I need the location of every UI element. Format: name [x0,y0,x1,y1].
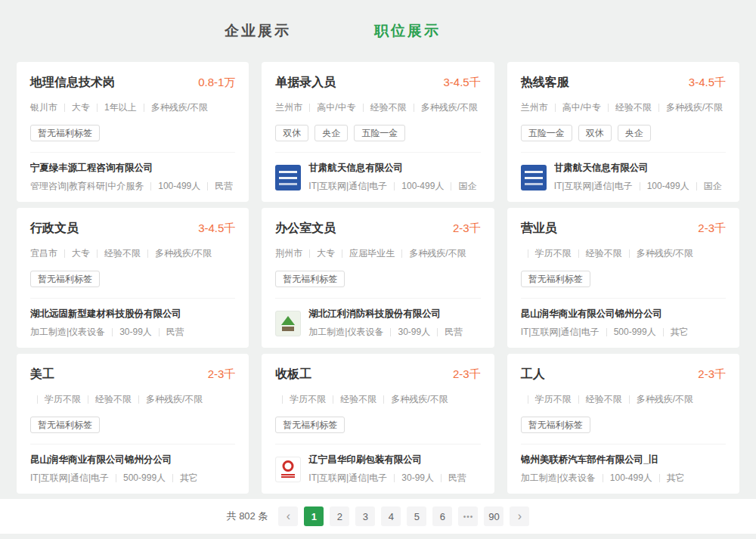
job-card[interactable]: 收板工 2-3千 学历不限经验不限多种残疾/不限 暂无福利标签 辽宁昌华印刷包装… [262,354,494,494]
job-title[interactable]: 地理信息技术岗 [30,75,115,91]
meta-separator [116,474,116,482]
tab-position-display[interactable]: 职位展示 [374,21,441,41]
meta-separator [451,182,451,191]
company-meta: 管理咨询|教育科研|中介服务100-499人民营 [30,180,233,193]
meta-item: 多种残疾/不限 [666,101,723,114]
company-section[interactable]: 甘肃航天信息有限公司 IT|互联网|通信|电子100-499人国企 [275,152,480,193]
company-meta: IT|互联网|通信|电子100-499人国企 [308,180,476,193]
job-meta: 兰州市高中/中专经验不限多种残疾/不限 [275,101,480,114]
company-meta: 加工制造|仪表设备30-99人民营 [308,326,463,339]
company-section[interactable]: 辽宁昌华印刷包装有限公司 IT|互联网|通信|电子30-99人民营 [275,444,480,485]
page-button-1[interactable]: 1 [304,506,324,526]
company-name[interactable]: 湖北江利消防科技股份有限公司 [308,308,463,321]
company-meta-item: 国企 [704,180,722,193]
job-card[interactable]: 行政文员 3-4.5千 宜昌市大专经验不限多种残疾/不限 暂无福利标签 湖北远固… [17,208,249,348]
company-name[interactable]: 昆山润华商业有限公司锦州分公司 [521,308,689,321]
job-salary: 3-4.5千 [443,76,480,90]
welfare-tag: 央企 [314,125,348,141]
job-title[interactable]: 单据录入员 [275,75,336,91]
page-button-90[interactable]: 90 [484,506,503,526]
job-card-header: 行政文员 3-4.5千 [30,221,235,237]
next-page-button[interactable]: › [510,506,529,526]
meta-separator [608,104,609,112]
meta-separator [342,249,342,258]
company-meta-item: IT|互联网|通信|电子 [521,326,600,339]
company-meta-item: 100-499人 [401,180,444,193]
welfare-tags: 暂无福利标签 [30,271,235,287]
meta-item: 多种残疾/不限 [637,393,693,406]
meta-separator [363,104,364,112]
page-button-3[interactable]: 3 [355,506,375,526]
company-name[interactable]: 甘肃航天信息有限公司 [554,162,722,175]
page-button-6[interactable]: 6 [432,506,452,526]
tab-enterprise-display[interactable]: 企业展示 [225,21,291,41]
welfare-tag: 五险一金 [354,125,405,141]
job-card-header: 收板工 2-3千 [275,367,480,383]
company-meta-item: IT|互联网|通信|电子 [30,472,109,485]
meta-separator [401,249,402,258]
job-title[interactable]: 热线客服 [521,75,569,91]
job-salary: 3-4.5千 [689,76,726,90]
meta-separator [144,104,144,112]
meta-separator [659,474,660,482]
company-meta: IT|互联网|通信|电子100-499人国企 [554,180,722,193]
company-meta-item: 500-999人 [614,326,656,339]
welfare-tag: 暂无福利标签 [521,417,590,433]
meta-separator [138,395,139,404]
job-card[interactable]: 地理信息技术岗 0.8-1万 银川市大专1年以上多种残疾/不限 暂无福利标签 宁… [17,62,249,202]
page-button-4[interactable]: 4 [381,506,401,526]
prev-page-button[interactable]: ‹ [278,506,298,526]
company-name[interactable]: 宁夏绿丰源工程咨询有限公司 [30,162,233,175]
page-button-2[interactable]: 2 [330,506,349,526]
company-section[interactable]: 昆山润华商业有限公司锦州分公司 IT|互联网|通信|电子500-999人其它 [30,444,235,485]
company-name[interactable]: 锦州美联桥汽车部件有限公司_旧 [521,454,685,466]
meta-item: 经验不限 [95,393,132,406]
company-section[interactable]: 湖北江利消防科技股份有限公司 加工制造|仪表设备30-99人民营 [275,298,480,339]
welfare-tag: 五险一金 [521,125,572,141]
company-name[interactable]: 辽宁昌华印刷包装有限公司 [308,454,466,466]
job-card[interactable]: 办公室文员 2-3千 荆州市大专应届毕业生多种残疾/不限 暂无福利标签 湖北江利… [262,208,494,348]
company-section[interactable]: 锦州美联桥汽车部件有限公司_旧 加工制造|仪表设备100-499人其它 [521,444,726,485]
job-title[interactable]: 行政文员 [30,221,79,237]
meta-separator [112,328,113,336]
meta-separator [309,249,310,258]
welfare-tags: 暂无福利标签 [30,125,235,141]
company-section[interactable]: 湖北远固新型建材科技股份有限公司 加工制造|仪表设备30-99人民营 [30,298,235,339]
company-name[interactable]: 湖北远固新型建材科技股份有限公司 [30,308,184,321]
meta-separator [147,249,148,258]
job-card[interactable]: 热线客服 3-4.5千 兰州市高中/中专经验不限多种残疾/不限 五险一金双休央企… [507,62,739,202]
page-button-5[interactable]: 5 [407,506,426,526]
job-meta: 银川市大专1年以上多种残疾/不限 [30,101,235,114]
job-salary: 3-4.5千 [198,221,235,236]
job-card[interactable]: 工人 2-3千 学历不限经验不限多种残疾/不限 暂无福利标签 锦州美联桥汽车部件… [507,354,739,494]
company-section[interactable]: 昆山润华商业有限公司锦州分公司 IT|互联网|通信|电子500-999人其它 [521,298,726,339]
job-grid: 地理信息技术岗 0.8-1万 银川市大专1年以上多种残疾/不限 暂无福利标签 宁… [17,62,739,494]
company-meta-item: 30-99人 [398,326,430,339]
job-title[interactable]: 美工 [30,367,54,383]
company-meta: 加工制造|仪表设备100-499人其它 [521,472,685,485]
company-name[interactable]: 甘肃航天信息有限公司 [308,162,476,175]
meta-item: 大专 [72,101,90,114]
job-title[interactable]: 收板工 [275,367,311,383]
job-card[interactable]: 营业员 2-3千 学历不限经验不限多种残疾/不限 暂无福利标签 昆山润华商业有限… [507,208,739,348]
company-name[interactable]: 昆山润华商业有限公司锦州分公司 [30,454,198,466]
company-section[interactable]: 宁夏绿丰源工程咨询有限公司 管理咨询|教育科研|中介服务100-499人民营 [30,152,235,193]
meta-item: 大专 [72,247,90,260]
meta-item: 多种残疾/不限 [155,247,212,260]
meta-separator [172,474,173,482]
job-title[interactable]: 工人 [521,367,545,383]
company-meta-item: 100-499人 [610,472,652,485]
company-meta-item: 民营 [448,472,466,485]
job-meta: 学历不限经验不限多种残疾/不限 [521,393,726,406]
job-title[interactable]: 营业员 [521,221,557,237]
company-meta-item: 30-99人 [119,326,152,339]
meta-item: 应届毕业生 [349,247,395,260]
job-title[interactable]: 办公室文员 [275,221,336,237]
page-ellipsis[interactable]: ••• [458,506,478,526]
meta-separator [282,395,283,404]
company-section[interactable]: 甘肃航天信息有限公司 IT|互联网|通信|电子100-499人国企 [521,152,726,193]
company-meta-item: 加工制造|仪表设备 [30,326,105,339]
meta-item: 经验不限 [104,247,141,260]
job-card[interactable]: 美工 2-3千 学历不限经验不限多种残疾/不限 暂无福利标签 昆山润华商业有限公… [17,354,249,494]
job-card[interactable]: 单据录入员 3-4.5千 兰州市高中/中专经验不限多种残疾/不限 双休央企五险一… [262,62,494,202]
